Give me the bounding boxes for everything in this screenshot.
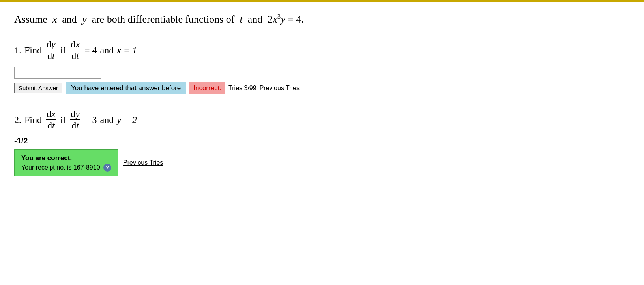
problem-1-x-val: x = 1 [117,43,137,57]
receipt-line: Your receipt no. is 167-8910 ? [21,164,111,172]
dy-numerator: dy [46,39,56,50]
incorrect-badge: Incorrect. [189,82,225,94]
p2-dy-denominator: dt [71,120,80,130]
problem-1-answer-row: Submit Answer You have entered that answ… [14,82,380,94]
problem-2-number: 2. [14,113,21,127]
problem-1-number: 1. [14,43,21,57]
problem-2-find: Find [24,113,42,127]
problem-2-result-row: You are correct. Your receipt no. is 167… [14,149,380,176]
problem-1-title: 1. Find dy dt if dx dt = 4 and x = 1 [14,39,380,61]
problem-1-answer-input[interactable] [14,67,101,79]
var-t: t [240,13,242,25]
p2-dy-numerator: dy [70,109,80,120]
p2-dx-denominator: dt [47,120,56,130]
var-y: y [82,13,87,25]
problem-1-equals: = 4 [84,43,97,57]
problem-2-title: 2. Find dx dt if dy dt = 3 and y = 2 [14,109,380,131]
main-content: Assume x and y are both differentiable f… [0,2,395,205]
problem-2-prev-tries-link[interactable]: Previous Tries [123,159,163,166]
problem-1-find: Find [24,43,42,57]
problem-1-if: if [60,43,66,57]
problem-1-prev-tries-link[interactable]: Previous Tries [260,85,300,92]
help-icon[interactable]: ? [103,164,111,172]
problem-2-section: 2. Find dx dt if dy dt = 3 and y = 2 -1/… [14,109,380,176]
problem-2-y-val: y = 2 [117,113,137,127]
receipt-text: Your receipt no. is 167-8910 [21,164,100,170]
problem-1-section: 1. Find dy dt if dx dt = 4 and x = 1 Sub… [14,39,380,94]
dx-numerator: dx [70,39,80,50]
main-title: Assume x and y are both differentiable f… [14,12,380,26]
problem-2-dy-dt: dy dt [70,109,80,131]
problem-1-submit-button[interactable]: Submit Answer [14,83,62,93]
correct-box: You are correct. Your receipt no. is 167… [14,149,118,176]
equation: 2x3y = 4. [268,13,304,25]
problem-2-equals: = 3 [84,113,97,127]
dx-denominator: dt [71,50,80,61]
problem-1-dy-dt: dy dt [46,39,56,61]
problem-2-given-answer: -1/2 [14,136,380,145]
problem-1-and: and [100,43,114,57]
problem-1-dx-dt: dx dt [70,39,80,61]
problem-2-dx-dt: dx dt [46,109,56,131]
dy-denominator: dt [47,50,56,61]
problem-2-and: and [100,113,114,127]
var-x: x [52,13,57,25]
problem-2-if: if [60,113,66,127]
p2-dx-numerator: dx [46,109,56,120]
correct-title: You are correct. [21,154,111,162]
tries-count: Tries 3/99 [228,85,256,92]
entered-before-badge: You have entered that answer before [66,82,186,94]
